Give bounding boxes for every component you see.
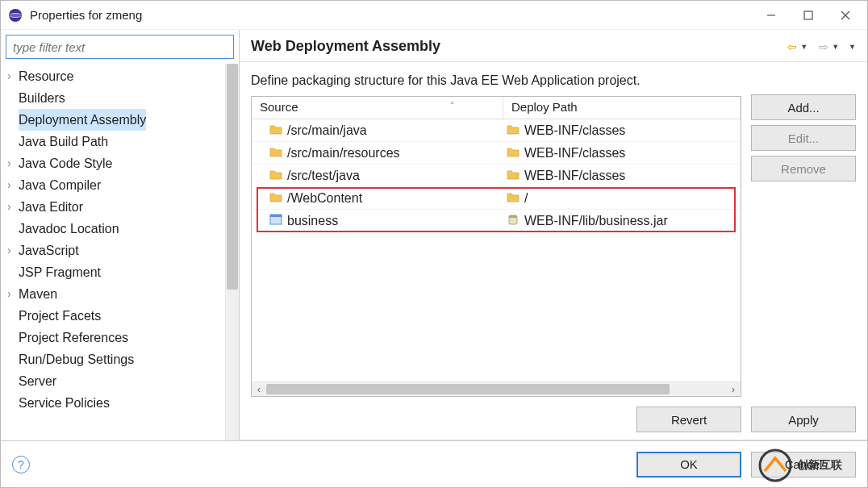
folder-icon (507, 123, 520, 138)
view-menu-icon[interactable]: ▼ (849, 43, 856, 51)
nav-icons: ⇦▼ ⇨▼ ▼ (787, 40, 856, 53)
deploy-cell: WEB-INF/classes (524, 146, 625, 161)
help-icon[interactable]: ? (12, 456, 30, 473)
category-tree[interactable]: ResourceBuildersDeployment AssemblyJava … (1, 64, 239, 440)
horizontal-scrollbar[interactable]: ‹ › (252, 382, 741, 396)
tree-item[interactable]: JSP Fragment (4, 261, 239, 283)
tree-item[interactable]: Java Compiler (4, 174, 239, 196)
maximize-button[interactable] (790, 2, 827, 28)
page-description: Define packaging structure for this Java… (251, 73, 741, 88)
table-row[interactable]: /WebContent/ (252, 187, 741, 210)
tree-item[interactable]: Javadoc Location (4, 218, 239, 240)
folder-icon (507, 146, 520, 161)
tree-item[interactable]: Resource (4, 65, 239, 87)
dialog-body: ResourceBuildersDeployment AssemblyJava … (1, 30, 867, 440)
tree-item[interactable]: Service Policies (4, 392, 239, 414)
tree-item[interactable]: Builders (4, 87, 239, 109)
source-cell: business (287, 214, 338, 228)
tree-item[interactable]: Project Facets (4, 305, 239, 327)
minimize-button[interactable] (753, 2, 790, 28)
table-header: Source ˄ Deploy Path (252, 97, 741, 119)
assembly-table[interactable]: Source ˄ Deploy Path /src/main/javaWEB-I… (251, 96, 741, 397)
source-cell: /src/main/java (287, 123, 367, 138)
folder-icon (269, 123, 282, 138)
svg-rect-10 (509, 215, 517, 218)
ok-button[interactable]: OK (636, 452, 741, 478)
svg-rect-8 (270, 215, 282, 217)
tree-scrollbar[interactable] (225, 64, 239, 440)
filter-input[interactable] (6, 35, 234, 59)
dialog-footer: ? OK Cancel (1, 440, 867, 487)
source-cell: /src/test/java (287, 169, 360, 183)
tree-item[interactable]: Deployment Assembly (4, 109, 239, 131)
eclipse-icon (7, 7, 23, 23)
deploy-cell: / (524, 191, 528, 206)
forward-icon[interactable]: ⇨ (819, 40, 828, 53)
source-cell: /src/main/resources (287, 146, 400, 161)
edit-button[interactable]: Edit... (751, 125, 856, 151)
forward-menu-icon[interactable]: ▼ (832, 43, 839, 51)
scroll-left-icon[interactable]: ‹ (252, 383, 266, 395)
sort-caret-icon: ˄ (450, 101, 454, 110)
back-icon[interactable]: ⇦ (787, 40, 797, 53)
table-row[interactable]: businessWEB-INF/lib/business.jar (252, 210, 741, 232)
folder-icon (269, 169, 282, 183)
tree-item[interactable]: JavaScript (4, 240, 239, 261)
back-menu-icon[interactable]: ▼ (800, 43, 807, 51)
scroll-right-icon[interactable]: › (726, 383, 741, 395)
properties-window: Properties for zmeng ResourceBuildersDep… (0, 0, 868, 488)
folder-icon (507, 169, 520, 183)
jar-icon (507, 214, 520, 228)
deploy-cell: WEB-INF/classes (524, 123, 625, 138)
tree-item[interactable]: Java Build Path (4, 131, 239, 152)
detail-content: Define packaging structure for this Java… (240, 62, 867, 397)
apply-buttons: Revert Apply (240, 397, 867, 440)
tree-item[interactable]: Project References (4, 327, 239, 348)
folder-icon (269, 146, 282, 161)
revert-button[interactable]: Revert (636, 407, 741, 432)
deploy-cell: WEB-INF/classes (524, 169, 625, 183)
tree-item[interactable]: Run/Debug Settings (4, 348, 239, 370)
close-button[interactable] (827, 2, 864, 28)
svg-rect-4 (804, 11, 812, 19)
folder-icon (507, 191, 520, 206)
titlebar: Properties for zmeng (1, 1, 867, 30)
category-pane: ResourceBuildersDeployment AssemblyJava … (1, 30, 240, 440)
window-title: Properties for zmeng (30, 8, 753, 22)
table-row[interactable]: /src/main/javaWEB-INF/classes (252, 119, 741, 142)
remove-button[interactable]: Remove (751, 156, 856, 181)
apply-button[interactable]: Apply (751, 407, 856, 432)
table-area: Define packaging structure for this Java… (251, 73, 741, 397)
tree-item[interactable]: Java Editor (4, 196, 239, 218)
tree-item[interactable]: Java Code Style (4, 152, 239, 174)
tree-item[interactable]: Server (4, 370, 239, 392)
tree-item[interactable]: Maven (4, 283, 239, 305)
filter-box (6, 35, 234, 59)
svg-rect-2 (9, 14, 22, 16)
add-button[interactable]: Add... (751, 94, 856, 120)
col-source[interactable]: Source ˄ (252, 97, 503, 119)
page-title: Web Deployment Assembly (251, 38, 787, 55)
detail-header: Web Deployment Assembly ⇦▼ ⇨▼ ▼ (240, 30, 867, 62)
table-row[interactable]: /src/test/javaWEB-INF/classes (252, 165, 741, 187)
detail-pane: Web Deployment Assembly ⇦▼ ⇨▼ ▼ Define p… (240, 30, 867, 440)
table-body: /src/main/javaWEB-INF/classes/src/main/r… (252, 119, 741, 382)
cancel-button[interactable]: Cancel (751, 452, 856, 478)
source-cell: /WebContent (287, 191, 362, 206)
project-icon (269, 214, 282, 228)
col-deploy[interactable]: Deploy Path (503, 97, 741, 119)
deploy-cell: WEB-INF/lib/business.jar (524, 214, 668, 228)
folder-icon (269, 191, 282, 206)
table-row[interactable]: /src/main/resourcesWEB-INF/classes (252, 142, 741, 165)
side-buttons: Add... Edit... Remove (751, 73, 856, 397)
